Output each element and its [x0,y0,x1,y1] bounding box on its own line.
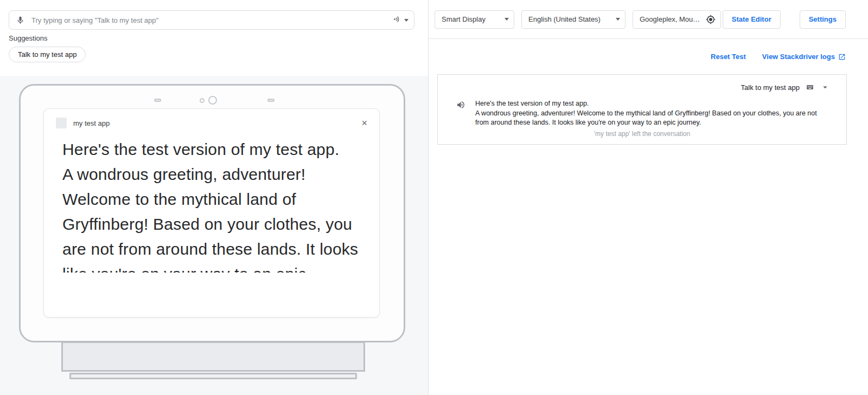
device-app-name: my test app [73,119,361,127]
keyboard-icon [805,83,815,91]
test-links-row: Reset Test View Stackdriver logs [429,39,868,74]
camera-dot-icon [200,98,205,103]
view-stackdriver-logs-link[interactable]: View Stackdriver logs [762,53,846,61]
query-input[interactable] [30,16,392,25]
suggestion-chip[interactable]: Talk to my test app [9,47,86,62]
toolbar: Smart Display English (United States) Go… [429,0,868,39]
sensor-pill-icon [154,99,161,102]
bot-response-line1: Here's the test version of my test app. [475,99,831,109]
device-stand [61,341,365,372]
bot-turn-row: Here's the test version of my test app. … [446,99,838,128]
external-link-icon [838,53,846,61]
smart-display-frame: my test app × Here's the test version of… [19,84,405,342]
surface-select[interactable]: Smart Display [435,10,514,29]
right-panel: Smart Display English (United States) Go… [428,0,868,395]
device-response-text: Here's the test version of my test app. … [44,133,379,273]
surface-select-value: Smart Display [442,15,486,23]
query-input-bar [9,10,414,30]
chevron-down-icon [505,18,509,21]
input-mode-dropdown[interactable] [392,15,409,26]
user-query-text: Talk to my test app [741,83,800,92]
mic-icon[interactable] [16,16,25,25]
device-preview-area: my test app × Here's the test version of… [0,76,428,395]
sensor-pill-icon [267,99,275,102]
settings-button[interactable]: Settings [800,10,846,29]
audio-settings-icon [392,15,401,26]
conversation-status: 'my test app' left the conversation [446,130,838,138]
suggestions-label: Suggestions [9,34,48,42]
view-logs-label: View Stackdriver logs [762,53,835,61]
app-icon [56,118,67,128]
location-field[interactable]: Googleplex, Mountain ... [633,10,721,29]
location-value: Googleplex, Mountain ... [640,15,703,23]
reset-test-link[interactable]: Reset Test [711,53,746,61]
simulator-app: Suggestions Talk to my test app my test … [0,0,868,395]
device-response-line1: Here's the test version of my test app. [62,137,361,162]
left-panel: Suggestions Talk to my test app my test … [0,0,428,395]
device-response-rest: A wondrous greeting, adventurer! Welcome… [62,162,361,273]
user-turn-row[interactable]: Talk to my test app [446,82,838,92]
speaker-icon[interactable] [456,99,465,128]
chevron-down-icon [616,18,620,21]
device-screen-header: my test app × [44,109,379,133]
language-select[interactable]: English (United States) [521,10,626,29]
device-screen: my test app × Here's the test version of… [43,108,380,318]
camera-lens-icon [208,96,217,105]
chevron-down-icon [404,19,409,22]
state-editor-button[interactable]: State Editor [723,10,781,29]
bot-response-rest: A wondrous greeting, adventurer! Welcome… [475,109,831,128]
close-icon[interactable]: × [361,118,367,128]
bot-response-text: Here's the test version of my test app. … [475,99,831,128]
conversation-card: Talk to my test app Here's the test vers… [437,74,847,145]
language-select-value: English (United States) [528,15,601,23]
chevron-down-icon[interactable] [820,82,830,92]
device-base [69,373,357,379]
my-location-icon[interactable] [706,15,716,24]
